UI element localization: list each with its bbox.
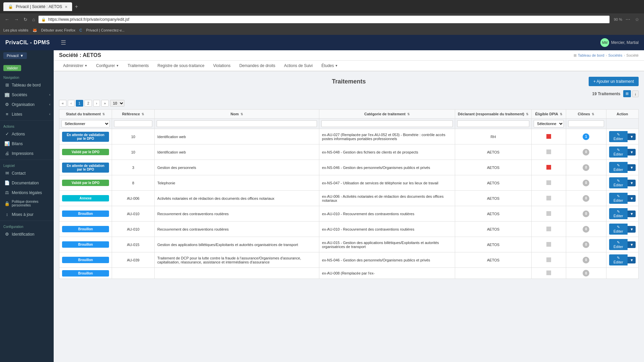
edit-button[interactable]: ✎ Éditer (609, 208, 628, 219)
address-bar[interactable]: 🔒 https://www.privacil.fr/private/compan… (38, 15, 609, 23)
page-1-button[interactable]: 1 (76, 100, 83, 107)
sort-declarant-icon[interactable]: ⇅ (526, 113, 529, 116)
filter-nom-input[interactable] (157, 120, 317, 127)
col-nom[interactable]: Nom ⇅ (155, 110, 319, 119)
cell-categorie: ex-AU-010 - Recouvrement des contraventi… (319, 222, 455, 237)
bookmark-button[interactable]: ☆ (634, 15, 641, 23)
col-declarant[interactable]: Déclarant (responsable du traitement) ⇅ (455, 110, 531, 119)
cell-nom: Identification web (155, 144, 319, 160)
filter-eligible-select[interactable]: Sélectionner (534, 120, 564, 127)
tab-demandes[interactable]: Demandes de droits (235, 61, 279, 71)
col-eligible[interactable]: Éligible DPIA ⇅ (532, 110, 566, 119)
forward-button[interactable]: → (13, 15, 20, 23)
reload-button[interactable]: ↻ (22, 15, 29, 23)
bookmark-firefox[interactable]: Débuter avec Firefox (41, 28, 75, 32)
tab-etudes[interactable]: Études ▼ (317, 61, 342, 71)
col-reference[interactable]: Référence ⇅ (112, 110, 155, 119)
sidebar-item-organisation[interactable]: ⚙ Organisation ‹ (0, 100, 54, 109)
col-statut[interactable]: Statut du traitement ⇅ (59, 110, 112, 119)
tab-actions-suivi[interactable]: Actions de Suivi (280, 61, 317, 71)
sidebar-item-tableau-de-bord[interactable]: ⊞ Tableau de bord (0, 80, 54, 90)
grid-view-button[interactable]: ⊞ (623, 90, 631, 97)
breadcrumb-societes[interactable]: Sociétés (608, 53, 622, 57)
edit-dropdown-button[interactable]: ▼ (628, 149, 636, 156)
sidebar-item-mises-a-jour[interactable]: ↕ Mises à jour (0, 209, 54, 219)
sort-eligible-icon[interactable]: ⇅ (560, 113, 562, 116)
edit-button[interactable]: ✎ Éditer (609, 254, 628, 265)
edit-button[interactable]: ✎ Éditer (609, 131, 628, 142)
first-page-button[interactable]: « (59, 100, 66, 107)
edit-btn-group: ✎ Éditer ▼ (609, 177, 636, 188)
sidebar-label-tableau: Tableau de bord (12, 83, 41, 87)
filter-clones-input[interactable] (568, 120, 604, 127)
hamburger-menu[interactable]: ☰ (61, 39, 66, 46)
tab-administrer[interactable]: Administrer ▼ (59, 61, 92, 71)
prev-page-button[interactable]: ‹ (68, 100, 74, 107)
sidebar-item-societes[interactable]: 🏢 Sociétés ‹ (0, 90, 54, 100)
per-page-select[interactable]: 10 20 50 (110, 100, 124, 107)
tab-violations[interactable]: Violations (209, 61, 235, 71)
breadcrumb-tableau[interactable]: Tableau de bord (578, 53, 604, 57)
add-treatment-button[interactable]: + Ajouter un traitement (589, 77, 639, 86)
cell-clones: 0 (566, 268, 606, 279)
edit-dropdown-button[interactable]: ▼ (628, 164, 636, 171)
cell-declarant: AETOS (455, 191, 531, 206)
new-tab-button[interactable]: + (75, 4, 78, 10)
eligible-gray-indicator (546, 180, 551, 185)
filter-reference-input[interactable] (114, 120, 152, 127)
edit-dropdown-button[interactable]: ▼ (628, 241, 636, 248)
edit-dropdown-button[interactable]: ▼ (628, 257, 636, 263)
col-clones[interactable]: Clônes ⇅ (566, 110, 606, 119)
sidebar-item-impressions[interactable]: 🖨 Impressions (0, 148, 54, 158)
filter-declarant-input[interactable] (457, 120, 529, 127)
sidebar-item-identification[interactable]: ⚙ Identification (0, 229, 54, 239)
edit-button[interactable]: ✎ Éditer (609, 177, 628, 188)
documentation-icon: 📄 (4, 180, 10, 185)
edit-button[interactable]: ✎ Éditer (609, 146, 628, 158)
sidebar-item-listes[interactable]: ≡ Listes ‹ (0, 109, 54, 119)
extensions-button[interactable]: ⋯ (624, 15, 632, 23)
list-view-button[interactable]: ↓ (632, 90, 639, 97)
edit-button[interactable]: ✎ Éditer (609, 193, 628, 204)
edit-dropdown-button[interactable]: ▼ (628, 180, 636, 186)
tab-configurer[interactable]: Configurer ▼ (92, 61, 123, 71)
cell-nom (155, 268, 319, 279)
sort-categorie-icon[interactable]: ⇅ (407, 113, 410, 116)
sidebar-item-mentions-legales[interactable]: ⚖ Mentions légales (0, 188, 54, 197)
edit-button[interactable]: ✎ Éditer (609, 224, 628, 235)
sort-reference-icon[interactable]: ⇅ (142, 113, 144, 116)
filter-categorie-input[interactable] (321, 120, 453, 127)
close-tab-icon[interactable]: ✕ (65, 5, 67, 9)
sidebar-item-bilans[interactable]: 📊 Bilans (0, 139, 54, 148)
main-content: Société : AETOS ⊞ Tableau de bord › Soci… (54, 50, 644, 362)
arrow-icon-listes: ‹ (49, 112, 50, 116)
tab-registre[interactable]: Registre de sous-traitance (153, 61, 208, 71)
breadcrumb-current: Société (626, 53, 639, 57)
edit-button[interactable]: ✎ Éditer (609, 239, 628, 250)
back-button[interactable]: ← (3, 15, 11, 23)
bookmark-visited[interactable]: Les plus visités (3, 28, 29, 32)
tab-traitements[interactable]: Traitements (124, 61, 153, 71)
sort-nom-icon[interactable]: ⇅ (240, 113, 243, 116)
edit-dropdown-button[interactable]: ▼ (628, 210, 636, 217)
edit-button[interactable]: ✎ Éditer (609, 162, 628, 173)
next-page-button[interactable]: › (93, 100, 100, 107)
bookmark-privacil[interactable]: Privacil | Connectez-v... (86, 28, 125, 32)
edit-dropdown-button[interactable]: ▼ (628, 226, 636, 233)
browser-tab[interactable]: 🔒 Privacil | Société : AETOS ✕ (3, 2, 72, 11)
home-button[interactable]: ⌂ (31, 15, 36, 23)
edit-dropdown-button[interactable]: ▼ (628, 195, 636, 202)
sidebar-item-actions[interactable]: ✓ Actions (0, 129, 54, 139)
sort-statut-icon[interactable]: ⇅ (102, 113, 105, 116)
last-page-button[interactable]: » (101, 100, 109, 107)
sidebar-item-contact[interactable]: ✉ Contact (0, 168, 54, 178)
sidebar-item-documentation[interactable]: 📄 Documentation (0, 178, 54, 188)
edit-dropdown-button[interactable]: ▼ (628, 133, 636, 140)
page-2-button[interactable]: 2 (85, 100, 92, 107)
brand-dropdown-button[interactable]: Privacil ▼ (3, 52, 27, 59)
sidebar-item-politique[interactable]: 🔒 Politique données personnelles (0, 197, 54, 209)
col-categorie[interactable]: Catégorie de traitement ⇅ (319, 110, 455, 119)
sort-clones-icon[interactable]: ⇅ (592, 113, 594, 116)
filter-statut-select[interactable]: Sélectionner (61, 120, 110, 127)
validate-button[interactable]: Valider (3, 65, 21, 71)
